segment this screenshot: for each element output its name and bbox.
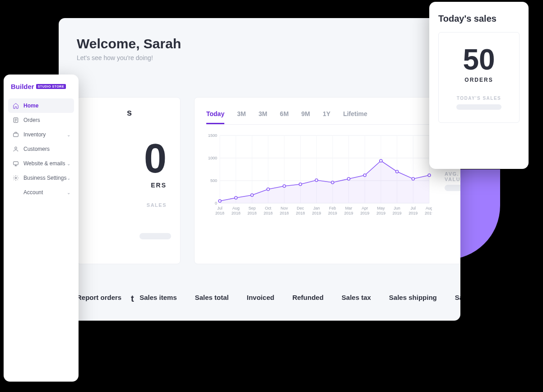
tab-lifetime[interactable]: Lifetime (343, 109, 367, 124)
stat-label: AVG. ORDER VALUE (445, 171, 460, 182)
todays-sales-orders-label: ORDERS (443, 77, 515, 83)
svg-text:2018: 2018 (296, 211, 305, 215)
svg-text:Apr: Apr (362, 206, 368, 210)
sidebar: Builder STUDIO STORE HomeOrdersInventory… (4, 75, 79, 382)
svg-point-53 (267, 188, 269, 191)
svg-text:2019: 2019 (408, 211, 418, 215)
svg-text:Dec: Dec (297, 206, 304, 210)
sidebar-item-website-emails[interactable]: Website & emails⌄ (8, 156, 74, 171)
sidebar-item-label: Orders (23, 117, 40, 123)
svg-point-59 (363, 174, 366, 177)
svg-text:Oct: Oct (265, 206, 272, 210)
sidebar-item-label: Business Settings (23, 175, 66, 181)
svg-text:2018: 2018 (247, 211, 256, 215)
placeholder-bar (456, 104, 501, 110)
page-subtitle: Let's see how you're doing! (77, 54, 442, 61)
report-column[interactable]: Sales items (139, 294, 177, 301)
svg-text:Nov: Nov (281, 206, 288, 210)
sidebar-item-business-settings[interactable]: Business Settings⌄ (8, 171, 74, 185)
svg-text:2019: 2019 (344, 211, 353, 215)
placeholder-bar (445, 185, 460, 191)
svg-text:1500: 1500 (208, 133, 217, 138)
report-column[interactable]: Sales total (195, 294, 229, 301)
orders-stub-card: s 0 ERS SALES (77, 97, 181, 264)
report-column[interactable]: Invoiced (247, 294, 274, 301)
report-column[interactable]: Sales tax (342, 294, 371, 301)
tab-today[interactable]: Today (206, 109, 224, 124)
stub-big-number: 0 (77, 138, 180, 179)
report-column[interactable]: Sales disc (455, 294, 460, 301)
sidebar-item-home[interactable]: Home (8, 98, 74, 113)
sidebar-item-label: Customers (23, 146, 50, 152)
stat-block: AVG. ORDER VALUE (445, 171, 460, 191)
website-icon (13, 160, 19, 167)
svg-point-56 (315, 179, 318, 182)
sidebar-item-label: Account (23, 189, 43, 196)
todays-sales-card: Today's sales 50 ORDERS TODAY'S SALES (429, 2, 529, 169)
svg-text:2019: 2019 (328, 211, 337, 215)
report-columns: Report ordersSales itemsSales totalInvoi… (77, 294, 460, 301)
sidebar-item-account[interactable]: Account⌄ (8, 185, 74, 200)
timeframe-tabs: Today3M3M6M9M1YLifetime (206, 109, 460, 125)
svg-point-50 (218, 200, 221, 202)
svg-text:2019: 2019 (360, 211, 369, 215)
welcome-block: Welcome, Sarah Let's see how you're doin… (77, 36, 442, 61)
svg-text:500: 500 (210, 178, 217, 183)
chevron-down-icon: ⌄ (67, 132, 70, 137)
svg-text:Aug: Aug (232, 206, 240, 210)
sidebar-item-label: Website & emails (23, 160, 65, 167)
svg-text:Sep: Sep (248, 206, 255, 210)
report-column[interactable]: Report orders (77, 294, 121, 301)
sidebar-item-inventory[interactable]: Inventory⌄ (8, 127, 74, 142)
dashboard-card: Welcome, Sarah Let's see how you're doin… (59, 18, 460, 321)
chevron-down-icon: ⌄ (67, 161, 70, 166)
page-title: Welcome, Sarah (77, 36, 442, 51)
tab-9m[interactable]: 9M (302, 109, 310, 124)
sidebar-item-orders[interactable]: Orders (8, 113, 74, 127)
report-column[interactable]: Refunded (292, 294, 324, 301)
svg-rect-65 (14, 133, 19, 137)
chevron-down-icon: ⌄ (67, 176, 70, 181)
svg-text:Jul: Jul (217, 206, 223, 210)
svg-point-57 (331, 181, 334, 184)
customers-icon (13, 146, 19, 152)
logo-text: Builder (11, 83, 34, 90)
svg-text:2018: 2018 (264, 211, 273, 215)
svg-point-52 (251, 194, 253, 196)
sales-over-time-card: Today3M3M6M9M1YLifetime 050010001500Jul2… (194, 97, 460, 264)
svg-text:May: May (377, 206, 385, 210)
svg-text:1000: 1000 (208, 156, 217, 160)
svg-point-55 (299, 183, 302, 186)
stub-orders-label: ERS (77, 182, 180, 189)
sidebar-item-label: Home (23, 103, 38, 109)
report-column[interactable]: Sales shipping (389, 294, 437, 301)
stub-sales-label: SALES (77, 202, 180, 208)
tab-6m[interactable]: 6M (280, 109, 288, 124)
logo[interactable]: Builder STUDIO STORE (8, 83, 74, 98)
logo-badge: STUDIO STORE (36, 84, 66, 89)
svg-text:Aug: Aug (426, 206, 432, 210)
svg-text:0: 0 (215, 201, 217, 205)
svg-point-58 (348, 177, 350, 180)
svg-text:2019: 2019 (312, 211, 321, 215)
svg-point-62 (412, 177, 414, 180)
tab-3m[interactable]: 3M (259, 109, 267, 124)
svg-point-51 (235, 196, 237, 199)
tab-3m[interactable]: 3M (237, 109, 246, 124)
svg-text:2019: 2019 (393, 211, 402, 215)
svg-point-66 (15, 147, 17, 149)
svg-text:2019: 2019 (376, 211, 385, 215)
orders-icon (13, 117, 19, 123)
svg-point-54 (283, 185, 286, 187)
todays-sales-caption: TODAY'S SALES (443, 96, 515, 101)
svg-point-68 (15, 177, 17, 179)
todays-sales-inner: 50 ORDERS TODAY'S SALES (438, 32, 520, 123)
sidebar-item-label: Inventory (23, 131, 46, 138)
tab-1y[interactable]: 1Y (323, 109, 330, 124)
svg-point-63 (428, 174, 431, 177)
svg-text:Mar: Mar (345, 206, 353, 210)
sidebar-item-customers[interactable]: Customers (8, 142, 74, 156)
svg-rect-67 (14, 162, 19, 165)
line-chart: 050010001500Jul2018Aug2018Sep2018Oct2018… (206, 133, 432, 220)
chevron-down-icon: ⌄ (67, 190, 70, 195)
